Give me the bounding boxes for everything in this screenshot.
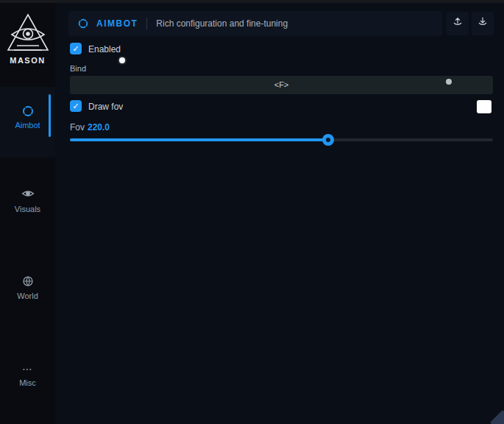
section-subtitle: Rich configuration and fine-tuning <box>156 18 288 29</box>
sidebar-item-label: Aimbot <box>0 121 55 130</box>
import-config-button[interactable] <box>472 12 494 35</box>
export-config-button[interactable] <box>447 12 469 35</box>
download-icon <box>477 16 489 31</box>
fov-slider-fill <box>70 138 328 141</box>
app-logo: MASON <box>0 12 55 65</box>
sidebar-item-misc[interactable]: ⋯ Misc <box>0 362 55 387</box>
active-indicator-bar <box>49 94 51 137</box>
globe-icon <box>0 275 55 289</box>
main-panel: AIMBOT Rich configuration and fine-tunin… <box>55 3 504 424</box>
section-title: AIMBOT <box>96 18 138 29</box>
sidebar-item-visuals[interactable]: Visuals <box>0 188 55 213</box>
divider <box>146 18 147 29</box>
fov-value: 220.0 <box>88 122 110 132</box>
draw-fov-label: Draw fov <box>88 102 123 112</box>
pyramid-eye-logo-icon <box>0 12 55 54</box>
enabled-label: Enabled <box>88 44 121 54</box>
crosshair-icon <box>77 18 89 29</box>
fov-slider[interactable] <box>70 138 493 141</box>
sidebar-item-label: World <box>0 292 55 300</box>
mouse-cursor-dot <box>119 57 125 63</box>
ellipsis-icon: ⋯ <box>0 362 55 375</box>
field-dot <box>446 79 452 85</box>
section-header: AIMBOT Rich configuration and fine-tunin… <box>68 11 442 36</box>
upload-icon <box>452 16 464 31</box>
sidebar: MASON Aimbot Visuals <box>0 3 55 424</box>
fov-slider-thumb[interactable] <box>322 134 334 146</box>
draw-fov-checkbox[interactable]: ✓ <box>70 100 82 112</box>
sidebar-item-world[interactable]: World <box>0 275 55 300</box>
fov-color-swatch[interactable] <box>477 100 491 113</box>
enabled-checkbox[interactable]: ✓ <box>70 43 82 54</box>
logo-text: MASON <box>0 56 55 65</box>
sidebar-item-aimbot[interactable]: Aimbot <box>0 87 55 158</box>
sidebar-item-label: Misc <box>0 378 55 387</box>
app-window: MASON Aimbot Visuals <box>0 0 504 424</box>
fov-label: Fov <box>70 122 85 132</box>
eye-icon <box>0 188 55 202</box>
sidebar-item-label: Visuals <box>0 205 55 213</box>
bind-key-field[interactable]: <F> <box>70 76 493 94</box>
bind-label: Bind <box>70 64 86 73</box>
crosshair-icon <box>0 105 55 118</box>
